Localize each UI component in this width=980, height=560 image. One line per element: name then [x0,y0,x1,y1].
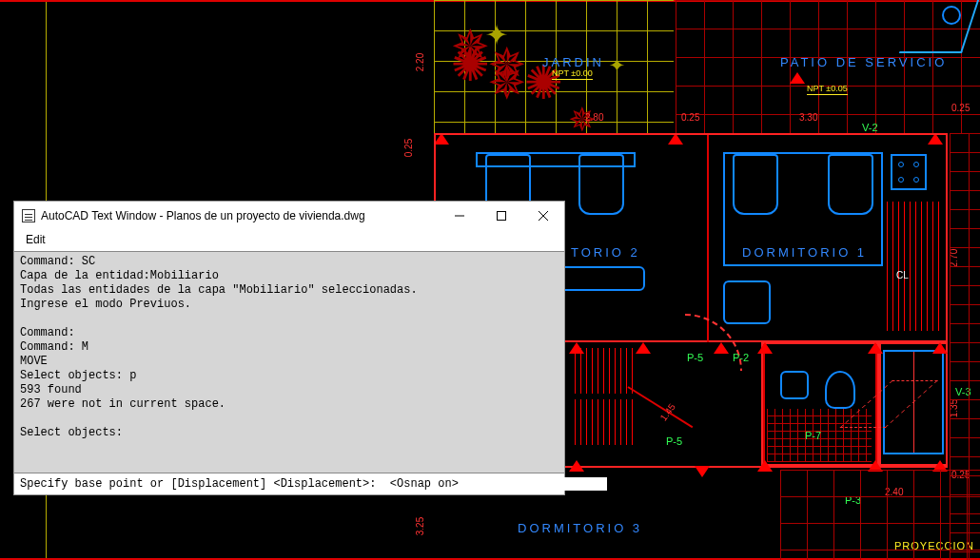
cad-dim-label: 1.45 [658,401,677,422]
titlebar[interactable]: AutoCAD Text Window - Planos de un proye… [14,202,564,230]
command-input[interactable] [467,477,607,491]
cad-stairs [887,202,940,331]
cad-door-label: P-5 [687,352,703,363]
cad-furn-icon [723,280,771,324]
cad-decor [942,6,961,25]
window-buttons [439,203,564,229]
cad-marker-icon [636,342,651,354]
close-button[interactable] [522,203,564,229]
cad-room-label: TORIO 2 [571,245,640,260]
cad-marker-icon [569,460,584,472]
cad-plant-icon: ✦ [609,48,625,80]
maximize-button[interactable] [480,203,522,229]
console-history[interactable]: Command: SC Capa de la entidad:Mobiliari… [14,251,564,473]
command-prompt-row[interactable]: Specify base point or [Displacement] <Di… [14,473,564,494]
cad-plant-icon: ✦ [485,10,508,56]
cad-marker-icon [757,342,773,354]
cad-furn-icon [780,371,809,399]
cad-dim-label: 3.25 [415,517,425,535]
cad-door-label: P-7 [805,430,821,441]
cad-marker-icon [868,342,883,354]
cad-door-label: V-2 [862,122,878,133]
cad-furn-icon [559,266,645,291]
cad-furn-icon [891,154,927,190]
window-title: AutoCAD Text Window - Planos de un proye… [41,209,433,222]
cad-stairs [575,348,636,394]
cad-door-leaf [627,386,693,428]
cad-room-label: DORMITORIO 1 [742,245,867,260]
cad-dim-label: 2.20 [415,53,425,71]
cad-wall [707,135,709,342]
cad-marker-icon [569,342,584,354]
cad-room-label: JARDIN [542,55,604,69]
cad-lower-grid [780,470,980,560]
cad-door-label: P-5 [666,435,682,447]
cad-room-label: DORMITORIO 3 [518,521,642,535]
cad-level-label: NPT ±0.05 [807,84,848,95]
svg-rect-1 [498,212,506,221]
menu-edit[interactable]: Edit [22,232,49,247]
cad-marker-icon [695,466,710,477]
cad-marker-icon [757,460,773,472]
cad-dim-label: 0.25 [403,139,414,157]
app-icon [22,209,35,222]
cad-furn-icon [825,371,855,409]
cad-dim-label: 2.80 [585,112,603,123]
cad-stairs [575,399,636,445]
cad-marker-icon [932,342,948,354]
cad-level-label: NPT ±0.00 [552,68,593,80]
cad-dim-label: 0.25 [681,112,699,123]
cad-closet [883,350,944,454]
autocad-text-window[interactable]: AutoCAD Text Window - Planos de un proye… [13,201,565,495]
cad-cl-label: CL [896,270,909,280]
command-prompt-label: Specify base point or [Displacement] <Di… [20,477,465,491]
cad-furn-icon [476,152,636,167]
cad-marker-icon [790,72,805,84]
minimize-button[interactable] [439,203,480,229]
cad-marker-icon [714,342,729,354]
cad-room-label: PATIO DE SERVICIO [780,55,947,69]
cad-dim-label: 3.30 [799,112,817,123]
menubar: Edit [14,230,564,251]
cad-dim-label: 0.25 [951,103,970,113]
cad-door-label: P-2 [733,352,749,363]
